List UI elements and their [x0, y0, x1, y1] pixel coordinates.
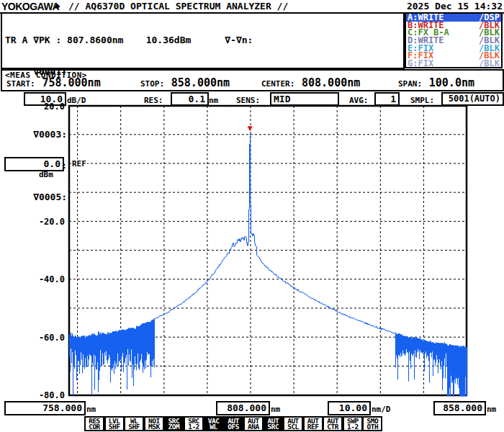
x-stop-unit: nm	[487, 405, 496, 414]
x-start-unit: nm	[86, 405, 96, 414]
spectrum-plot	[0, 0, 504, 432]
softkey-wl-shf[interactable]: WL SHF	[124, 416, 144, 431]
x-stop-box[interactable]: 858.000	[433, 401, 486, 415]
x-center-box[interactable]: 808.000	[216, 401, 270, 415]
softkey-src-zom[interactable]: SRC ZOM	[163, 416, 184, 431]
softkey-aut-ref[interactable]: AUT REF	[303, 416, 323, 431]
softkey-lvl-shf[interactable]: LVL SHF	[104, 416, 125, 431]
softkey-vac-wl[interactable]: VAC WL	[204, 416, 224, 431]
x-center-unit: nm	[271, 405, 280, 414]
softkey-res-cor[interactable]: RES COR	[84, 416, 104, 431]
x-scale-unit: nm/D	[372, 405, 391, 414]
x-scale-box[interactable]: 10.00	[328, 401, 371, 415]
softkey-src-1-2[interactable]: SRC 1-2	[184, 416, 204, 431]
softkey-swp-1-2[interactable]: SWP 1-2	[343, 416, 363, 431]
peak-marker-icon	[248, 126, 253, 131]
softkey-smo-oth[interactable]: SMO OTH	[362, 416, 382, 431]
ref-line-label: REF	[71, 159, 87, 168]
osa-screen: YOKOGAWA ◆ // AQ6370D OPTICAL SPECTRUM A…	[0, 0, 504, 432]
softkey-aut-ana[interactable]: AUT ANA	[243, 416, 264, 431]
softkey-aut-src[interactable]: AUT SRC	[263, 416, 283, 431]
softkey-noi-msk[interactable]: NOI MSK	[144, 416, 164, 431]
softkey-aut-ctr[interactable]: AUT CTR	[323, 416, 343, 431]
softkey-aut-ofs[interactable]: AUT OFS	[223, 416, 243, 431]
softkey-aut-scl[interactable]: AUT SCL	[283, 416, 303, 431]
x-start-box[interactable]: 758.000	[4, 401, 86, 415]
